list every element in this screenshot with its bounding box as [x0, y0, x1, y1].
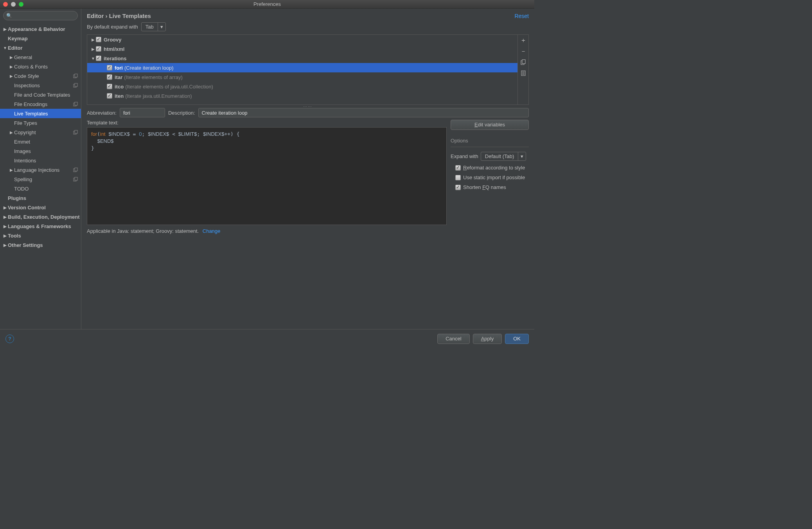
template-abbr: itar [115, 74, 122, 80]
group-label: Groovy [104, 37, 122, 43]
sidebar-item-label: Images [14, 148, 31, 154]
svg-rect-5 [75, 102, 77, 105]
template-group-groovy[interactable]: ▶Groovy [87, 35, 517, 44]
project-settings-icon [73, 130, 78, 135]
sidebar-item-label: Spelling [14, 176, 32, 182]
group-checkbox[interactable] [96, 37, 101, 42]
help-button[interactable]: ? [5, 335, 14, 343]
sidebar-item-keymap[interactable]: ▶Keymap [0, 34, 81, 43]
window-controls [3, 2, 23, 7]
template-desc: (Iterate elements of java.util.Collectio… [125, 84, 213, 90]
sidebar-item-label: Colors & Fonts [14, 64, 48, 70]
sidebar-item-label: Copyright [14, 130, 36, 135]
sidebar-item-colors-fonts[interactable]: ▶Colors & Fonts [0, 62, 81, 71]
template-group-iterations[interactable]: ▼iterations [87, 54, 517, 63]
template-desc: (Create iteration loop) [124, 65, 174, 71]
template-text-editor[interactable]: for(int $INDEX$ = 0; $INDEX$ < $LIMIT$; … [87, 127, 447, 225]
sidebar-item-label: Language Injections [14, 167, 59, 173]
sidebar-item-other-settings[interactable]: ▶Other Settings [0, 240, 81, 250]
sidebar-item-version-control[interactable]: ▶Version Control [0, 203, 81, 212]
ok-button[interactable]: OK [505, 334, 529, 344]
abbreviation-label: Abbreviation: [87, 110, 117, 116]
sidebar-item-label: Other Settings [8, 242, 43, 248]
sidebar-item-label: Inspections [14, 83, 40, 88]
sidebar-item-label: Editor [8, 45, 23, 51]
sidebar-item-label: Version Control [8, 205, 46, 211]
sidebar-item-spelling[interactable]: ▶Spelling [0, 175, 81, 184]
reformat-checkbox[interactable] [455, 165, 461, 171]
chevron-right-icon: ▶ [9, 74, 14, 78]
template-checkbox[interactable] [107, 84, 112, 89]
sidebar-item-file-and-code-templates[interactable]: ▶File and Code Templates [0, 90, 81, 99]
abbreviation-input[interactable] [120, 108, 165, 117]
chevron-down-icon: ▾ [158, 23, 165, 31]
sidebar-item-label: File Types [14, 120, 37, 126]
sidebar-item-live-templates[interactable]: ▶Live Templates [0, 109, 81, 118]
edit-variables-button[interactable]: EEdit variablesdit variables [451, 120, 529, 130]
chevron-right-icon: ▶ [9, 65, 14, 69]
change-context-link[interactable]: Change [203, 228, 221, 234]
sidebar-item-language-injections[interactable]: ▶Language Injections [0, 165, 81, 175]
sidebar-item-images[interactable]: ▶Images [0, 146, 81, 156]
sidebar-item-tools[interactable]: ▶Tools [0, 231, 81, 240]
template-item-fori[interactable]: ▶fori (Create iteration loop) [87, 63, 517, 72]
splitter[interactable]: ⋯⋯ [81, 105, 534, 108]
apply-button[interactable]: ApplyApply [473, 334, 502, 344]
sidebar-item-plugins[interactable]: ▶Plugins [0, 193, 81, 203]
options-label: Options [451, 138, 529, 144]
sidebar-item-inspections[interactable]: ▶Inspections [0, 81, 81, 90]
group-checkbox[interactable] [96, 56, 101, 61]
sidebar-item-file-encodings[interactable]: ▶File Encodings [0, 99, 81, 109]
sidebar-item-file-types[interactable]: ▶File Types [0, 118, 81, 128]
shorten-fq-checkbox[interactable] [455, 185, 461, 190]
expand-with-combo[interactable]: Default (Tab) ▾ [481, 152, 526, 161]
static-import-label: Use static import if possible [463, 175, 525, 180]
template-checkbox[interactable] [107, 74, 112, 80]
copy-template-button[interactable] [519, 58, 527, 66]
sidebar-item-todo[interactable]: ▶TODO [0, 184, 81, 193]
cancel-button[interactable]: Cancel [437, 334, 469, 344]
project-settings-icon [73, 167, 78, 172]
sidebar-item-general[interactable]: ▶General [0, 52, 81, 62]
group-checkbox[interactable] [96, 46, 101, 52]
sidebar-item-copyright[interactable]: ▶Copyright [0, 128, 81, 137]
template-group-html-xml[interactable]: ▶html/xml [87, 44, 517, 54]
reformat-label: Reformat according to style [463, 165, 525, 171]
template-checkbox[interactable] [107, 93, 112, 99]
chevron-right-icon: ▶ [2, 205, 8, 210]
sidebar-item-appearance-behavior[interactable]: ▶Appearance & Behavior [0, 24, 81, 34]
default-expand-combo[interactable]: Tab ▾ [141, 22, 166, 31]
templates-tree[interactable]: ▶Groovy▶html/xml▼iterations▶fori (Create… [87, 35, 517, 104]
close-window-button[interactable] [3, 2, 8, 7]
duplicate-template-button[interactable] [519, 69, 527, 77]
sidebar-item-intentions[interactable]: ▶Intentions [0, 156, 81, 165]
template-item-itco[interactable]: ▶itco (Iterate elements of java.util.Col… [87, 82, 517, 91]
sidebar-item-code-style[interactable]: ▶Code Style [0, 71, 81, 81]
template-item-iten[interactable]: ▶iten (Iterate java.util.Enumeration) [87, 91, 517, 101]
group-label: iterations [104, 56, 127, 61]
sidebar-item-build-execution-deployment[interactable]: ▶Build, Execution, Deployment [0, 212, 81, 221]
template-checkbox[interactable] [107, 65, 112, 70]
description-input[interactable] [198, 108, 529, 117]
sidebar-item-editor[interactable]: ▼Editor [0, 43, 81, 52]
zoom-window-button[interactable] [19, 2, 23, 7]
search-input[interactable] [3, 11, 78, 20]
sidebar-item-label: Keymap [8, 36, 28, 41]
minimize-window-button[interactable] [11, 2, 16, 7]
template-item-itar[interactable]: ▶itar (Iterate elements of array) [87, 72, 517, 82]
sidebar-item-emmet[interactable]: ▶Emmet [0, 137, 81, 146]
chevron-down-icon: ▼ [2, 46, 8, 50]
sidebar-item-languages-frameworks[interactable]: ▶Languages & Frameworks [0, 221, 81, 231]
template-abbr: fori [115, 65, 123, 71]
templates-toolbar: ＋ － [517, 35, 528, 104]
static-import-checkbox[interactable] [455, 175, 461, 180]
chevron-right-icon: ▶ [90, 47, 96, 51]
reset-link[interactable]: Reset [514, 13, 529, 19]
sidebar-item-label: Emmet [14, 139, 30, 145]
template-abbr: itco [115, 84, 124, 90]
remove-template-button[interactable]: － [519, 47, 527, 55]
settings-tree[interactable]: ▶Appearance & Behavior▶Keymap▼Editor▶Gen… [0, 23, 81, 329]
sidebar-item-label: File Encodings [14, 101, 47, 107]
add-template-button[interactable]: ＋ [519, 36, 527, 44]
sidebar-item-label: Intentions [14, 158, 36, 164]
